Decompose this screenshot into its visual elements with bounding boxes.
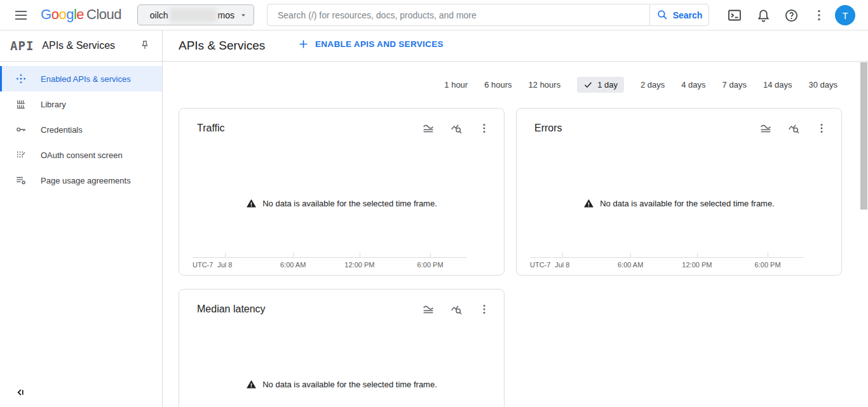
warning-icon bbox=[246, 379, 257, 390]
google-cloud-logo[interactable]: GoogleCloud bbox=[41, 6, 121, 23]
axis-label: 12:00 PM bbox=[344, 261, 374, 269]
time-option-4-days[interactable]: 4 days bbox=[681, 80, 705, 90]
time-option-1-hour[interactable]: 1 hour bbox=[444, 80, 468, 90]
time-option-label: 1 day bbox=[597, 80, 618, 90]
sidebar-item-label: Library bbox=[41, 100, 66, 109]
page-title: APIs & Services bbox=[179, 39, 265, 53]
hamburger-menu-icon[interactable] bbox=[13, 8, 29, 23]
explore-data-icon[interactable] bbox=[449, 302, 463, 316]
notifications-bell-icon[interactable] bbox=[755, 7, 771, 23]
more-vert-icon[interactable] bbox=[477, 302, 491, 316]
chart-options-icon[interactable] bbox=[421, 302, 435, 316]
cloud-shell-icon[interactable] bbox=[726, 7, 743, 23]
no-data-message: No data is available for the selected ti… bbox=[517, 198, 841, 209]
more-vert-icon[interactable] bbox=[477, 121, 491, 135]
warning-icon bbox=[583, 198, 594, 209]
enabled-apis-icon bbox=[15, 73, 27, 84]
time-option-1-day[interactable]: 1 day bbox=[577, 77, 624, 93]
enable-apis-button[interactable]: ENABLE APIS AND SERVICES bbox=[297, 38, 444, 50]
top-app-bar: GoogleCloud oilchmos Search bbox=[0, 0, 868, 30]
api-section-logo: API bbox=[10, 39, 34, 53]
no-data-message: No data is available for the selected ti… bbox=[179, 198, 504, 209]
explore-data-icon[interactable] bbox=[787, 121, 801, 135]
axis-label: UTC-7 bbox=[193, 261, 213, 269]
sidebar-item-credentials[interactable]: Credentials bbox=[0, 117, 162, 142]
search-icon bbox=[656, 9, 668, 21]
sidebar: API APIs & Services Enabled APIs & servi… bbox=[0, 30, 163, 407]
scrollbar-thumb[interactable] bbox=[860, 62, 867, 210]
sidebar-title: APIs & Services bbox=[42, 40, 115, 51]
time-axis bbox=[193, 253, 466, 258]
card-title: Traffic bbox=[197, 123, 225, 134]
plus-icon bbox=[297, 38, 309, 50]
time-axis-labels: UTC-7 Jul 8 6:00 AM 12:00 PM 6:00 PM bbox=[530, 261, 804, 270]
avatar[interactable]: T bbox=[835, 5, 855, 25]
no-data-message: No data is available for the selected ti… bbox=[179, 379, 504, 390]
dropdown-caret-icon bbox=[240, 11, 247, 19]
axis-label: 12:00 PM bbox=[682, 261, 712, 269]
logo-letter: o bbox=[51, 6, 59, 22]
axis-label: 6:00 PM bbox=[755, 261, 781, 269]
more-vert-icon[interactable] bbox=[811, 7, 827, 23]
credentials-key-icon bbox=[15, 124, 27, 135]
sidebar-item-label: Page usage agreements bbox=[41, 176, 131, 185]
time-axis-labels: UTC-7 Jul 8 6:00 AM 12:00 PM 6:00 PM bbox=[193, 261, 466, 270]
axis-label: Jul 8 bbox=[217, 261, 232, 269]
sidebar-item-enabled-apis[interactable]: Enabled APIs & services bbox=[0, 66, 162, 91]
sidebar-item-page-usage[interactable]: Page usage agreements bbox=[0, 168, 162, 193]
explore-data-icon[interactable] bbox=[449, 121, 463, 135]
search-button-label: Search bbox=[673, 10, 703, 20]
check-icon bbox=[583, 80, 593, 90]
chart-options-icon[interactable] bbox=[421, 121, 435, 135]
time-option-12-hours[interactable]: 12 hours bbox=[529, 80, 561, 90]
logo-letter: G bbox=[41, 6, 51, 22]
avatar-initial: T bbox=[842, 10, 848, 21]
median-latency-card: Median latency bbox=[179, 289, 505, 407]
project-name: oilchmos bbox=[150, 8, 234, 22]
more-vert-icon[interactable] bbox=[815, 121, 829, 135]
axis-label: 6:00 AM bbox=[280, 261, 306, 269]
time-option-2-days[interactable]: 2 days bbox=[641, 80, 665, 90]
chart-options-icon[interactable] bbox=[759, 121, 773, 135]
sidebar-nav: Enabled APIs & services Library Credenti… bbox=[0, 66, 162, 193]
card-title: Median latency bbox=[197, 304, 266, 315]
search-button[interactable]: Search bbox=[649, 4, 709, 26]
axis-label: Jul 8 bbox=[555, 261, 569, 269]
logo-cloud-text: Cloud bbox=[86, 6, 121, 22]
sidebar-item-label: OAuth consent screen bbox=[41, 150, 123, 160]
errors-card: Errors No bbox=[516, 108, 842, 276]
logo-letter: o bbox=[58, 6, 66, 22]
axis-label: UTC-7 bbox=[530, 261, 550, 269]
page-usage-icon bbox=[15, 175, 27, 186]
axis-label: 6:00 AM bbox=[618, 261, 643, 269]
time-option-6-hours[interactable]: 6 hours bbox=[484, 80, 512, 90]
pin-icon[interactable] bbox=[139, 39, 151, 53]
search-input[interactable] bbox=[267, 4, 649, 26]
time-axis bbox=[530, 253, 804, 258]
sidebar-item-label: Enabled APIs & services bbox=[41, 74, 131, 84]
logo-letter: e bbox=[76, 6, 84, 22]
sidebar-item-library[interactable]: Library bbox=[0, 91, 162, 117]
card-title: Errors bbox=[534, 123, 562, 134]
enable-apis-button-label: ENABLE APIS AND SERVICES bbox=[315, 39, 444, 49]
sidebar-item-oauth-consent[interactable]: OAuth consent screen bbox=[0, 142, 162, 168]
library-icon bbox=[15, 98, 27, 110]
logo-letter: g bbox=[66, 6, 74, 22]
collapse-sidebar-icon[interactable] bbox=[14, 386, 27, 399]
axis-label: 6:00 PM bbox=[417, 261, 444, 269]
time-option-7-days[interactable]: 7 days bbox=[722, 80, 747, 90]
redacted-text bbox=[170, 8, 217, 22]
time-option-30-days[interactable]: 30 days bbox=[808, 80, 837, 90]
help-icon[interactable] bbox=[783, 7, 799, 23]
traffic-card: Traffic N bbox=[179, 108, 505, 276]
cloud-project-icon bbox=[144, 9, 145, 22]
project-selector[interactable]: oilchmos bbox=[137, 4, 254, 25]
sidebar-item-label: Credentials bbox=[41, 125, 83, 135]
warning-icon bbox=[246, 198, 257, 209]
scrollbar-track[interactable] bbox=[860, 62, 868, 407]
time-option-14-days[interactable]: 14 days bbox=[763, 80, 792, 90]
page-header: APIs & Services ENABLE APIS AND SERVICES bbox=[163, 30, 868, 62]
time-range-selector: 1 hour 6 hours 12 hours 1 day 2 days 4 d… bbox=[444, 76, 837, 93]
sidebar-header: API APIs & Services bbox=[0, 30, 162, 62]
oauth-consent-icon bbox=[15, 149, 27, 161]
